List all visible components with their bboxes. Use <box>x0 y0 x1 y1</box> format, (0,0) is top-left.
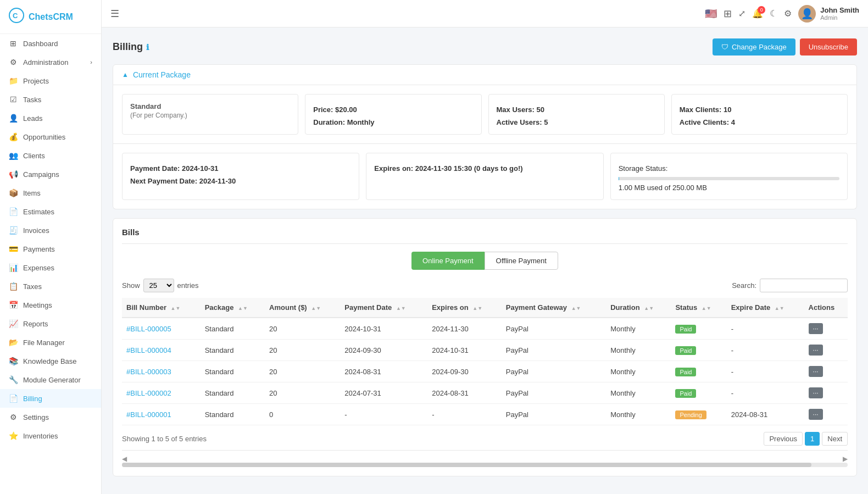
payment-gateway-cell: PayPal <box>502 404 606 425</box>
items-icon: 📦 <box>9 188 18 197</box>
package-users-card: Max Users: 50 Active Users: 5 <box>488 94 665 135</box>
col-payment-gateway[interactable]: Payment Gateway ▲▼ <box>502 298 606 318</box>
bill-number-link[interactable]: #BILL-000005 <box>126 325 171 333</box>
tasks-icon: ☑ <box>9 95 18 104</box>
sidebar-item-label: Dashboard <box>23 40 58 48</box>
sidebar-item-tasks[interactable]: ☑ Tasks <box>0 90 101 109</box>
col-expires-on[interactable]: Expires on ▲▼ <box>427 298 502 318</box>
previous-page-button[interactable]: Previous <box>764 432 803 446</box>
sidebar-item-estimates[interactable]: 📄 Estimates <box>0 202 101 221</box>
change-package-button[interactable]: 🛡 Change Package <box>713 38 795 55</box>
bill-number-link[interactable]: #BILL-000001 <box>126 410 171 419</box>
search-input[interactable] <box>760 279 848 292</box>
page-1-button[interactable]: 1 <box>805 432 820 446</box>
sidebar-item-label: Campaigns <box>23 170 59 179</box>
sidebar-item-reports[interactable]: 📈 Reports <box>0 314 101 333</box>
price-line: Price: $20.00 <box>313 106 473 114</box>
module-generator-icon: 🔧 <box>9 375 18 384</box>
sidebar-item-dashboard[interactable]: ⊞ Dashboard <box>0 34 101 53</box>
sidebar-item-clients[interactable]: 👥 Clients <box>0 146 101 165</box>
online-payment-button[interactable]: Online Payment <box>411 252 485 270</box>
col-package[interactable]: Package ▲▼ <box>201 298 265 318</box>
row-action-button[interactable]: ··· <box>809 345 823 356</box>
hamburger-icon[interactable]: ☰ <box>110 8 119 20</box>
col-expire-date[interactable]: Expire Date ▲▼ <box>727 298 804 318</box>
sidebar-item-administration[interactable]: ⚙ Administration › <box>0 53 101 71</box>
grid-icon[interactable]: ⊞ <box>724 8 732 20</box>
expires-on-cell: 2024-09-30 <box>427 361 502 382</box>
taxes-icon: 📋 <box>9 282 18 291</box>
sidebar-item-items[interactable]: 📦 Items <box>0 184 101 202</box>
current-package-section: ▲ Current Package Standard (For per Comp… <box>113 64 857 209</box>
row-action-button[interactable]: ··· <box>809 387 823 398</box>
package-subtitle: (For per Company.) <box>130 112 290 119</box>
unsubscribe-button[interactable]: Unsubscribe <box>800 38 857 55</box>
payment-date-cell: - <box>340 404 427 425</box>
expire-date-cell: - <box>727 340 804 361</box>
flag-icon[interactable]: 🇺🇸 <box>705 8 717 20</box>
col-bill-number[interactable]: Bill Number ▲▼ <box>122 298 201 318</box>
estimates-icon: 📄 <box>9 207 18 216</box>
bill-number-link[interactable]: #BILL-000002 <box>126 389 171 397</box>
payment-date-cell: 2024-08-31 <box>340 361 427 382</box>
payment-gateway-cell: PayPal <box>502 382 606 404</box>
package-cell: Standard <box>201 382 265 404</box>
table-controls: Show 25 50 100 entries Search: <box>122 279 848 292</box>
notification-icon[interactable]: 🔔 0 <box>752 8 763 19</box>
active-clients-label: Active Clients: <box>680 118 729 126</box>
page-header: Billing ℹ 🛡 Change Package Unsubscribe <box>113 38 857 55</box>
sidebar-item-settings[interactable]: ⚙ Settings <box>0 408 101 426</box>
scroll-right-icon[interactable]: ▶ <box>843 455 848 463</box>
active-clients-value: 4 <box>731 118 735 126</box>
sidebar-item-label: Items <box>23 189 41 197</box>
col-amount[interactable]: Amount ($) ▲▼ <box>265 298 340 318</box>
sidebar-item-invoices[interactable]: 🧾 Invoices <box>0 221 101 240</box>
settings-gear-icon[interactable]: ⚙ <box>784 8 792 19</box>
topbar: ☰ 🇺🇸 ⊞ ⤢ 🔔 0 ☾ ⚙ 👤 John Smith Admin <box>102 0 868 27</box>
sidebar-item-leads[interactable]: 👤 Leads <box>0 109 101 127</box>
sidebar-item-payments[interactable]: 💳 Payments <box>0 240 101 258</box>
row-action-button[interactable]: ··· <box>809 409 823 420</box>
scroll-left-icon[interactable]: ◀ <box>122 455 127 463</box>
sidebar-item-label: Opportunities <box>23 133 65 141</box>
bills-divider <box>122 243 848 244</box>
topbar-user[interactable]: 👤 John Smith Admin <box>798 5 859 23</box>
next-page-button[interactable]: Next <box>822 432 848 446</box>
sidebar-item-billing[interactable]: 📄 Billing <box>0 389 101 408</box>
sidebar-item-opportunities[interactable]: 💰 Opportunities <box>0 127 101 146</box>
col-status[interactable]: Status ▲▼ <box>671 298 726 318</box>
sidebar-item-campaigns[interactable]: 📢 Campaigns <box>0 165 101 184</box>
sidebar-item-file-manager[interactable]: 📂 File Manager <box>0 333 101 352</box>
sidebar-item-label: Expenses <box>23 264 54 272</box>
col-payment-date[interactable]: Payment Date ▲▼ <box>340 298 427 318</box>
header-actions: 🛡 Change Package Unsubscribe <box>713 38 857 55</box>
section-header[interactable]: ▲ Current Package <box>113 64 857 85</box>
sidebar-item-knowledge-base[interactable]: 📚 Knowledge Base <box>0 352 101 370</box>
sidebar: C ChetsCRM ⊞ Dashboard ⚙ Administration … <box>0 0 102 494</box>
payment-gateway-cell: PayPal <box>502 340 606 361</box>
scrollbar-track[interactable] <box>122 463 848 467</box>
sidebar-item-expenses[interactable]: 📊 Expenses <box>0 258 101 277</box>
scrollbar-thumb <box>122 463 811 467</box>
col-duration[interactable]: Duration ▲▼ <box>606 298 671 318</box>
row-action-button[interactable]: ··· <box>809 366 823 377</box>
expand-icon[interactable]: ⤢ <box>738 8 745 19</box>
clients-icon: 👥 <box>9 151 18 160</box>
info-icon[interactable]: ℹ <box>146 43 149 52</box>
sidebar-item-label: Knowledge Base <box>23 357 77 365</box>
status-cell: Paid <box>671 382 726 404</box>
collapse-arrow-icon: ▲ <box>122 71 129 79</box>
bill-number-link[interactable]: #BILL-000004 <box>126 346 171 354</box>
row-action-button[interactable]: ··· <box>809 323 823 334</box>
offline-payment-button[interactable]: Offline Payment <box>485 252 558 270</box>
sidebar-item-module-generator[interactable]: 🔧 Module Generator <box>0 370 101 389</box>
status-badge: Paid <box>675 325 696 334</box>
bill-number-link[interactable]: #BILL-000003 <box>126 368 171 376</box>
payment-date-line: Payment Date: 2024-10-31 <box>130 164 351 173</box>
sidebar-item-taxes[interactable]: 📋 Taxes <box>0 277 101 296</box>
moon-icon[interactable]: ☾ <box>770 8 777 19</box>
sidebar-item-inventories[interactable]: ⭐ Inventories <box>0 426 101 445</box>
sidebar-item-projects[interactable]: 📁 Projects <box>0 71 101 90</box>
entries-select[interactable]: 25 50 100 <box>143 279 174 292</box>
sidebar-item-meetings[interactable]: 📅 Meetings <box>0 296 101 314</box>
